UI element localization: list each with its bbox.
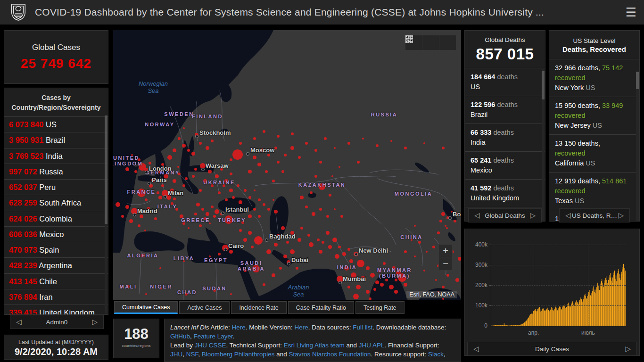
country-case-row[interactable]: 997 072 Russia <box>4 164 108 179</box>
x-axis-tick-label: июль <box>581 329 595 336</box>
y-axis-tick-label: 400k <box>475 241 487 248</box>
pager-next-icon[interactable]: ▷ <box>530 211 536 220</box>
pager-next-icon[interactable]: ▷ <box>618 211 624 220</box>
world-map[interactable]: Norwegian SeaArabian SeaNORWAYSWEDENFINL… <box>113 30 461 300</box>
global-deaths-scrollbar[interactable] <box>542 69 545 222</box>
global-deaths-panel: Global Deaths 857 015 184 664 deathsUS12… <box>464 30 545 222</box>
link[interactable]: Slack <box>428 351 444 358</box>
pager-prev-icon[interactable]: ◁ <box>16 318 22 326</box>
link[interactable]: GitHub <box>170 333 190 340</box>
country-case-row[interactable]: 339 415 United Kingdom <box>4 304 108 315</box>
link[interactable]: JHU <box>170 351 182 358</box>
country-label: TURKEY <box>218 217 246 223</box>
country-case-row[interactable]: 413 145 Chile <box>4 273 108 289</box>
link[interactable]: JHU APL <box>359 342 385 349</box>
pager-next-icon[interactable]: ▷ <box>92 318 98 326</box>
link[interactable]: Full list <box>353 324 372 331</box>
pager-next-icon[interactable]: ▷ <box>625 345 631 353</box>
scrollbar-thumb[interactable] <box>542 71 545 99</box>
city-label: Cairo <box>228 242 244 249</box>
pager-prev-icon[interactable]: ◁ <box>565 211 571 220</box>
daily-cases-plot: 400k300k200k100k0апр.июль <box>491 245 626 326</box>
cases-by-country-header: Cases by Country/Region/Sovereignty <box>4 88 108 116</box>
country-case-row[interactable]: 624 026 Colombia <box>4 211 108 226</box>
sea-label: Norwegian Sea <box>139 80 168 94</box>
scrollbar-thumb[interactable] <box>105 115 107 224</box>
global-deaths-list: 184 664 deathsUS122 596 deathsBrazil66 3… <box>465 68 545 222</box>
link[interactable]: Esri Living Atlas team <box>284 342 345 349</box>
scrollbar-thumb[interactable] <box>636 72 639 89</box>
map-metric-tabs: Cumulative CasesActive CasesIncidence Ra… <box>114 301 405 314</box>
country-case-row[interactable]: 3 950 931 Brazil <box>4 132 108 148</box>
pager-label: US Deaths, R… <box>572 212 617 219</box>
city-marker <box>224 248 227 251</box>
admin0-pager: ◁ Admin0 ▷ <box>10 315 104 329</box>
country-case-row[interactable]: 628 259 South Africa <box>4 195 108 210</box>
country-label: FINLAND <box>192 114 223 119</box>
deaths-row[interactable]: 41 592 deathsUnited Kingdom <box>465 179 545 207</box>
link[interactable]: Here <box>232 324 246 331</box>
country-label: INDIA <box>337 264 357 270</box>
credits-text: Lancet Inf Dis <box>170 324 209 331</box>
country-case-row[interactable]: 470 973 Spain <box>4 242 108 257</box>
tab-active-cases[interactable]: Active Cases <box>179 301 230 314</box>
tab-case-fatality-ratio[interactable]: Case-Fatality Ratio <box>288 301 354 314</box>
link[interactable]: NSF <box>186 351 198 358</box>
country-label: FRANCE <box>127 189 156 195</box>
link[interactable]: Feature Layer <box>194 333 233 340</box>
last-updated-label: Last Updated at (M/D/YYYY) <box>4 339 108 346</box>
tab-cumulative-cases[interactable]: Cumulative Cases <box>114 301 178 314</box>
city-marker <box>195 135 198 138</box>
city-marker <box>221 212 224 215</box>
zoom-out-button[interactable]: − <box>438 257 453 271</box>
country-case-row[interactable]: 428 239 Argentina <box>4 257 108 273</box>
deaths-row[interactable]: 66 333 deathsIndia <box>465 123 545 151</box>
us-panel-title: US State Level <box>549 37 639 44</box>
link[interactable]: Here <box>294 324 308 331</box>
country-label: ITALY <box>157 204 177 209</box>
deaths-row[interactable]: 65 241 deathsMexico <box>465 151 545 179</box>
link[interactable]: Github <box>170 360 189 362</box>
pager-prev-icon[interactable]: ◁ <box>473 345 479 353</box>
city-label: Paris <box>152 176 167 183</box>
legend-icon[interactable] <box>422 35 439 50</box>
countries-count-label: countries/regions <box>114 344 159 348</box>
country-label: MONGOLIA <box>395 191 433 197</box>
deaths-row[interactable]: 122 596 deathsBrazil <box>465 96 545 123</box>
country-case-row[interactable]: 606 036 Mexico <box>4 226 108 242</box>
global-cases-value: 25 749 642 <box>4 56 108 71</box>
city-marker <box>148 182 151 185</box>
countries-count-panel: 188 countries/regions <box>113 319 159 358</box>
credits-text: . Mobile Version: <box>246 324 295 331</box>
country-case-row[interactable]: 6 073 840 US <box>4 116 108 132</box>
link[interactable]: here <box>238 360 251 362</box>
pager-label: Admin0 <box>46 319 68 326</box>
hamburger-menu-icon[interactable]: ☰ <box>626 6 636 18</box>
link[interactable]: JHU CSSE <box>195 342 226 349</box>
pager-prev-icon[interactable]: ◁ <box>474 211 480 220</box>
country-case-row[interactable]: 3 769 523 India <box>4 148 108 164</box>
country-case-row[interactable]: 376 894 Iran <box>4 289 108 304</box>
basemap-gallery-icon[interactable] <box>439 35 456 50</box>
country-case-row[interactable]: 652 037 Peru <box>4 179 108 195</box>
zoom-in-button[interactable]: + <box>438 244 453 257</box>
credits-text: . Click <box>219 360 238 362</box>
deaths-row[interactable]: 184 664 deathsUS <box>465 68 545 96</box>
tab-testing-rate[interactable]: Testing Rate <box>355 301 404 314</box>
us-state-row[interactable]: 15 950 deaths, 33 949recoveredNew Jersey… <box>549 97 639 134</box>
city-label: Dubai <box>291 256 308 263</box>
country-label: GREECE <box>181 217 210 223</box>
us-state-row[interactable]: 12 919 deaths, 514 861recoveredTexas US <box>549 172 639 210</box>
us-state-scrollbar[interactable] <box>636 71 639 222</box>
country-list-scrollbar[interactable] <box>105 115 107 313</box>
city-marker <box>339 281 342 284</box>
city-label: Mumbai <box>343 275 366 282</box>
link[interactable]: AWS <box>205 360 219 362</box>
us-state-row[interactable]: 13 150 deaths, recoveredCalifornia US <box>549 134 639 172</box>
link[interactable]: Stavros Niarchos Foundation <box>289 351 371 358</box>
tab-incidence-rate[interactable]: Incidence Rate <box>231 301 286 314</box>
credits-text: and <box>345 342 359 349</box>
city-marker <box>145 171 148 174</box>
us-state-row[interactable]: 32 966 deaths, 75 142recoveredNew York U… <box>549 59 639 97</box>
link[interactable]: Bloomberg Philanthropies <box>202 351 275 358</box>
